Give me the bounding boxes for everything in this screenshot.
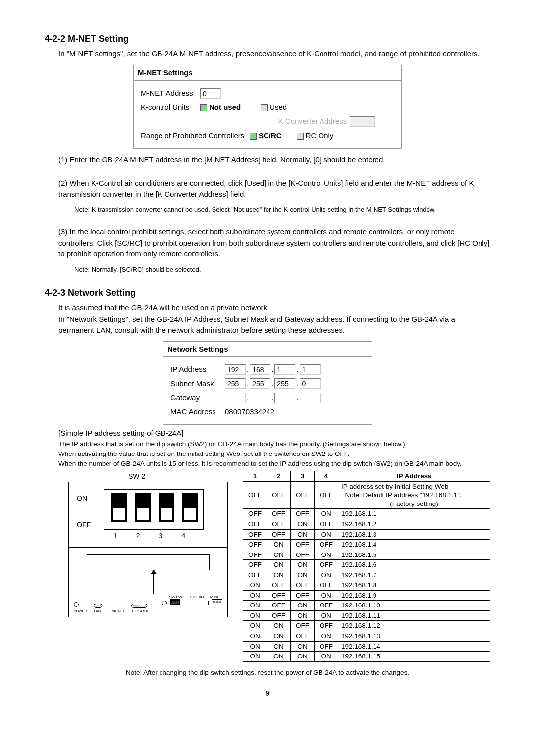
- gw-octet-3[interactable]: [274, 393, 295, 403]
- ip-octet-2[interactable]: 168: [250, 364, 270, 375]
- simple-ip-text-3: When the number of GB-24A units is 15 or…: [58, 459, 490, 469]
- mnet-step-2: (2) When K-Control air conditioners are …: [58, 178, 490, 200]
- table-row: ONONOFFON192.168.1.13: [243, 631, 490, 642]
- mnet-settings-box: M-NET Settings M-NET Address 0 K-control…: [133, 65, 402, 149]
- final-note: Note: After changing the dip-switch sett…: [45, 668, 490, 678]
- dip-num-4: 4: [181, 531, 185, 541]
- table-row: ONOFFOFFON192.168.1.9: [243, 590, 490, 601]
- th-4: 4: [315, 471, 338, 482]
- scrc-label: SC/RC: [259, 131, 282, 140]
- checkbox-checked-icon: [250, 133, 257, 140]
- table-row: ONONONOFF192.168.1.14: [243, 641, 490, 652]
- mnet-step-2-note: Note: K transmission converter cannot be…: [74, 205, 490, 215]
- dip-num-1: 1: [113, 531, 117, 541]
- ip-octet-1[interactable]: 192: [225, 364, 246, 375]
- sw2-label: SW 2: [128, 471, 145, 482]
- kcontrol-notused-option[interactable]: Not used: [200, 102, 241, 113]
- table-row: ONOFFOFFOFF192.168.1.8: [243, 580, 490, 591]
- gw-octet-2[interactable]: [250, 393, 270, 403]
- simple-ip-heading: [Simple IP address setting of GB-24A]: [58, 428, 490, 439]
- dip-num-2: 2: [136, 531, 140, 541]
- sm-octet-2[interactable]: 255: [250, 378, 270, 389]
- sm-octet-4[interactable]: 0: [300, 378, 321, 389]
- mnet-step-1: (1) Enter the GB-24A M-NET address in th…: [58, 154, 490, 166]
- module-power-label: POWER: [74, 609, 87, 613]
- section-423-intro2: In "Network Settings", set the GB-24A IP…: [58, 314, 490, 336]
- table-row: OFFOFFONON192.168.1.3: [243, 529, 490, 540]
- table-row: OFFONONOFF192.168.1.6: [243, 560, 490, 570]
- table-row: ONOFFONOFF192.168.1.10: [243, 601, 490, 611]
- checkbox-icon: [297, 133, 304, 140]
- ip-address-label: IP Address: [170, 364, 225, 375]
- gw-octet-1[interactable]: [225, 393, 246, 403]
- dip-num-3: 3: [159, 531, 163, 541]
- led-icon: [74, 602, 79, 607]
- subnet-mask-label: Subnet Mask: [170, 378, 225, 390]
- module-diagram: SW1/2/3 EXT.I/O M-NET ▯▯▯▯ ⊗⊗⊗ POWER ○ ○…: [68, 547, 228, 617]
- row0-l1: IP address set by Initial Setting Web: [341, 483, 448, 490]
- th-ip: IP Address: [338, 471, 490, 482]
- scrc-option[interactable]: SC/RC: [250, 130, 282, 142]
- ip-octet-4[interactable]: 1: [300, 364, 321, 375]
- mnet-settings-title: M-NET Settings: [134, 65, 401, 81]
- mac-address-value: 080070334242: [225, 406, 274, 418]
- kcontrol-units-label: K-control Units: [141, 102, 200, 113]
- mnet-step-3-note: Note: Normally, [SC/RC] should be select…: [74, 265, 490, 275]
- kcontrol-notused-label: Not used: [209, 103, 241, 111]
- table-row: ONOFFONON192.168.1.11: [243, 610, 490, 621]
- simple-ip-text-2: When activating the value that is set on…: [58, 449, 490, 459]
- mac-address-label: MAC Address: [170, 406, 225, 418]
- simple-ip-text-1: The IP address that is set on the dip sw…: [58, 439, 490, 449]
- sm-octet-1[interactable]: 255: [225, 378, 246, 389]
- off-label: OFF: [77, 520, 91, 530]
- kcontrol-used-label: Used: [269, 103, 287, 111]
- table-row: OFFONOFFON192.168.1.5: [243, 550, 490, 560]
- dipswitch-diagram: SW 2 ON OFF 1 2 3 4: [68, 482, 228, 547]
- module-link-label: LINK/ACT: [109, 609, 125, 614]
- led-row-icon: ○○○○○○: [131, 604, 147, 608]
- ip-octet-3[interactable]: 1: [274, 364, 295, 375]
- section-422-heading: 4-2-2 M-NET Setting: [45, 32, 490, 46]
- table-row: OFF OFF OFF OFF IP address set by Initia…: [243, 481, 490, 509]
- mnet-step-3: (3) In the local control prohibit settin…: [58, 226, 490, 260]
- th-3: 3: [291, 471, 315, 482]
- table-row: OFFONONON192.168.1.7: [243, 570, 490, 580]
- page-number: 9: [45, 688, 490, 699]
- kconverter-address-field: [350, 116, 374, 127]
- th-1: 1: [243, 471, 267, 482]
- row0-l3: (Factory setting): [341, 500, 487, 508]
- checkbox-icon: [261, 104, 268, 111]
- table-row: ONONONON192.168.1.15: [243, 652, 490, 662]
- section-423-heading: 4-2-3 Network Setting: [45, 286, 490, 300]
- table-row: OFFONOFFOFF192.168.1.4: [243, 540, 490, 550]
- section-422-intro: In "M-NET settings", set the GB-24A M-NE…: [58, 49, 490, 60]
- rconly-label: RC Only: [306, 131, 334, 140]
- table-row: ONONOFFOFF192.168.1.12: [243, 621, 490, 631]
- module-123456-label: 1 2 3 4 5 6: [131, 609, 148, 613]
- rconly-option[interactable]: RC Only: [297, 130, 334, 142]
- th-2: 2: [267, 471, 291, 482]
- network-settings-box: Network Settings IP Address 192. 168. 1.…: [163, 341, 372, 425]
- mnet-address-label: M-NET Address: [141, 88, 200, 99]
- row0-l2: Note: Default IP address "192.168.1.1".: [345, 491, 462, 499]
- checkbox-checked-icon: [200, 104, 207, 111]
- gateway-label: Gateway: [170, 392, 225, 403]
- gw-octet-4[interactable]: [300, 393, 321, 403]
- table-row: OFFOFFONOFF192.168.1.2: [243, 519, 490, 529]
- table-row: OFFOFFOFFON192.168.1.1: [243, 509, 490, 519]
- section-423-intro1: It is assumed that the GB-24A will be us…: [58, 302, 490, 314]
- prohibited-range-label: Range of Prohibited Controllers: [141, 130, 250, 142]
- sm-octet-3[interactable]: 255: [274, 378, 295, 389]
- network-settings-title: Network Settings: [163, 342, 372, 357]
- on-label: ON: [77, 493, 87, 504]
- ip-address-table: 1 2 3 4 IP Address OFF OFF OFF OFF IP ad…: [243, 471, 490, 661]
- module-lan-label: LAN: [94, 609, 101, 613]
- kconverter-address-label: K Converter Address: [278, 116, 347, 127]
- led-pair-icon: ○ ○: [94, 604, 102, 608]
- kcontrol-used-option[interactable]: Used: [261, 102, 287, 113]
- mnet-address-field[interactable]: 0: [200, 88, 221, 99]
